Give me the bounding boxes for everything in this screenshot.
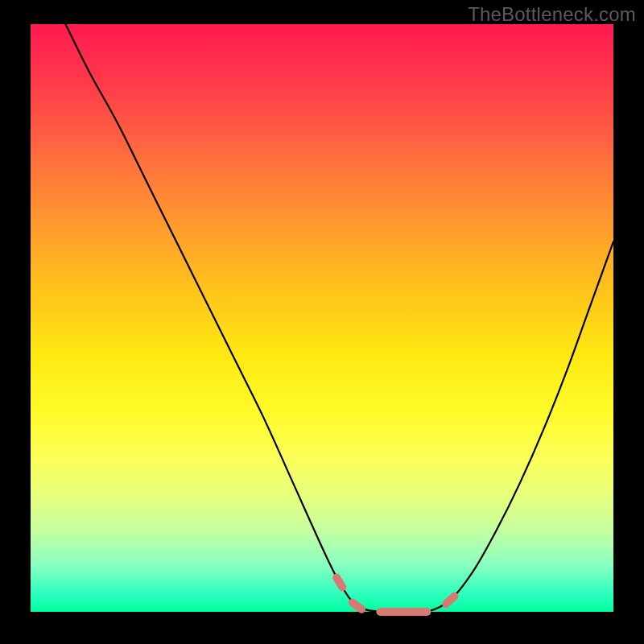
chart-plot-area — [31, 24, 613, 612]
chart-svg — [31, 24, 613, 612]
marker-dot — [446, 597, 454, 604]
bottleneck-curve — [65, 24, 613, 613]
curve-markers — [336, 577, 454, 612]
marker-dot — [353, 603, 361, 609]
marker-dot — [336, 577, 342, 587]
watermark-text: TheBottleneck.com — [468, 3, 636, 26]
